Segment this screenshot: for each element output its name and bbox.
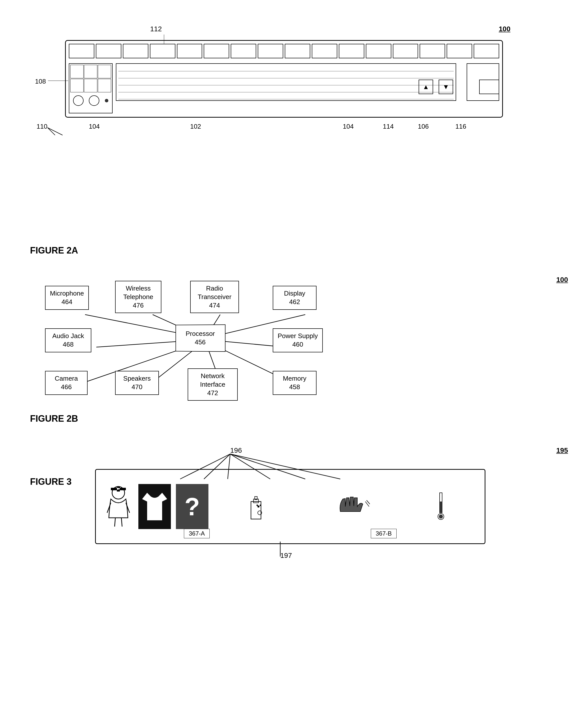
key-cell — [447, 44, 472, 58]
display-line — [118, 94, 454, 99]
label-104b: 104 — [343, 123, 354, 130]
dot-button[interactable] — [105, 99, 108, 102]
processor-box: Processor456 — [175, 324, 226, 352]
display-line — [118, 66, 454, 71]
icon-sub-labels: 367-A 367-B — [96, 529, 485, 538]
microphone-box: Microphone464 — [45, 286, 89, 310]
label-367a: 367-A — [184, 529, 209, 538]
key-cell — [150, 44, 175, 58]
power-supply-box: Power Supply460 — [273, 328, 323, 352]
keyboard-body: ▲ ▼ — [65, 40, 503, 118]
svg-point-32 — [260, 505, 261, 506]
label-106: 106 — [418, 123, 428, 130]
key-cell — [96, 44, 121, 58]
dispenser-icon — [246, 491, 269, 522]
nurse-icon — [106, 485, 131, 528]
network-interface-box: NetworkInterface472 — [188, 369, 238, 401]
label-116: 116 — [455, 123, 466, 130]
memory-box: Memory458 — [273, 371, 316, 395]
display-line — [118, 80, 454, 85]
small-button-right[interactable] — [479, 80, 499, 94]
shirt-icon — [142, 493, 167, 520]
key-cell — [474, 44, 499, 58]
figure-2b: 100 Microphone46 — [30, 271, 573, 424]
label-104a: 104 — [89, 123, 100, 130]
key-cell — [231, 44, 256, 58]
key-cell — [393, 44, 418, 58]
svg-point-31 — [257, 505, 259, 507]
key-cell — [204, 44, 229, 58]
arrow-up-button[interactable]: ▲ — [419, 80, 433, 94]
hand-icon — [338, 497, 368, 517]
arrow-down-button[interactable]: ▼ — [439, 80, 453, 94]
figure-2a-title: FIGURE 2A — [30, 245, 573, 256]
key-cell — [366, 44, 391, 58]
figure-2b-title: FIGURE 2B — [30, 414, 573, 424]
shirt-icon-box — [139, 484, 171, 529]
device-box: ? — [95, 469, 485, 544]
label-112: 112 — [150, 25, 162, 33]
key-cell — [285, 44, 310, 58]
connection-lines-svg — [30, 271, 505, 411]
left-panel — [69, 63, 112, 113]
top-keys-row — [69, 44, 499, 58]
speakers-box: Speakers470 — [115, 371, 159, 395]
svg-rect-37 — [440, 502, 442, 513]
svg-point-33 — [256, 505, 258, 506]
key-cell — [312, 44, 337, 58]
panel-cell — [84, 65, 97, 78]
label-367b: 367-B — [371, 529, 396, 538]
thermometer-icon-svg — [437, 491, 445, 522]
small-icons-area — [213, 491, 477, 522]
key-cell — [420, 44, 445, 58]
hand-icon-svg — [338, 497, 370, 517]
svg-point-39 — [439, 515, 443, 519]
svg-rect-22 — [117, 488, 118, 490]
panel-cell — [98, 79, 111, 92]
figure-3-title: FIGURE 3 — [30, 477, 71, 487]
label-100-fig2a: 100 — [499, 25, 510, 33]
panel-cell — [84, 79, 97, 92]
circle-button[interactable] — [89, 95, 99, 106]
key-cell — [258, 44, 283, 58]
left-panel-bottom — [69, 93, 112, 106]
figure-3: FIGURE 3 195 196 — [30, 444, 573, 582]
question-mark-box: ? — [176, 484, 208, 529]
key-cell — [123, 44, 148, 58]
dispenser-icon-svg — [246, 491, 266, 522]
label-108: 108 — [35, 78, 46, 85]
wireless-telephone-box: WirelessTelephone476 — [115, 281, 161, 313]
key-cell — [339, 44, 364, 58]
label-102: 102 — [190, 123, 201, 130]
thermometer-icon — [437, 491, 445, 522]
panel-cell — [70, 65, 84, 78]
svg-line-1 — [47, 128, 63, 135]
display-line — [118, 87, 454, 92]
display-line — [118, 73, 454, 78]
circle-button[interactable] — [73, 95, 84, 106]
svg-line-0 — [47, 128, 55, 135]
nurse-icon-box — [103, 484, 133, 529]
svg-line-25 — [114, 518, 115, 527]
display-box: Display462 — [273, 286, 316, 310]
label-100-fig2b: 100 — [556, 276, 568, 284]
figure-2a: 112 100 108 — [35, 25, 510, 130]
key-cell — [177, 44, 203, 58]
left-panel-grid — [69, 64, 112, 93]
display-lines — [117, 64, 456, 103]
panel-cell — [70, 79, 84, 92]
diagram-container: Microphone464 WirelessTelephone476 Radio… — [30, 271, 505, 411]
camera-box: Camera466 — [45, 371, 88, 395]
svg-rect-27 — [251, 502, 261, 519]
radio-transceiver-box: RadioTransceiver474 — [190, 281, 239, 313]
svg-line-26 — [121, 518, 122, 527]
key-cell — [69, 44, 94, 58]
panel-cell — [98, 65, 111, 78]
line-197-svg — [255, 539, 305, 559]
label-114: 114 — [383, 123, 394, 130]
audio-jack-box: Audio Jack468 — [45, 328, 91, 352]
display-area — [116, 63, 456, 101]
label-195: 195 — [556, 446, 568, 455]
